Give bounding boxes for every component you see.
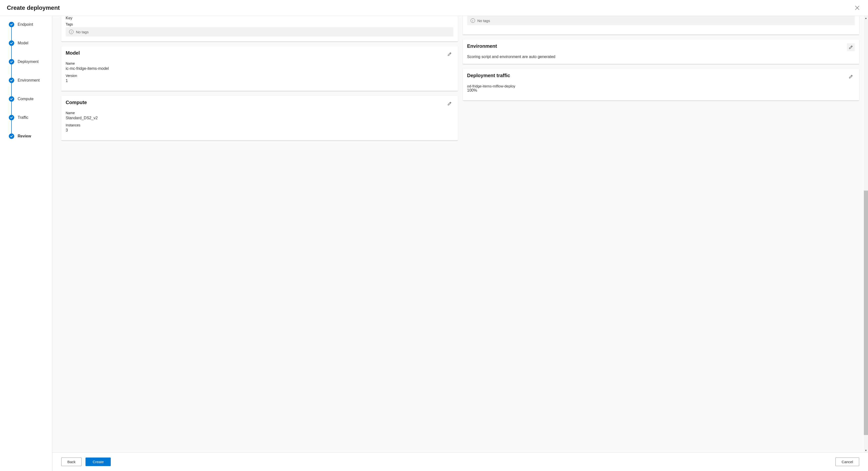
check-icon [9,77,14,83]
scroll-down-icon[interactable]: ▼ [864,448,868,452]
dialog-title: Create deployment [7,4,60,11]
dialog-header: Create deployment [0,0,868,16]
endpoint-card: Key Tags i No tags [61,16,458,41]
field-label: Version [66,74,454,77]
no-tags-text: No tags [477,19,490,23]
card-header: Model [66,50,454,58]
create-deployment-dialog: Create deployment Endpoint Model Depl [0,0,868,471]
deployment-card-partial: i No tags [463,16,860,35]
step-label: Traffic [18,115,28,120]
field-value: 1 [66,78,454,83]
field-label: Name [66,111,454,115]
columns: Key Tags i No tags Model [61,16,859,145]
field-label: Instances [66,123,454,127]
step-connector [11,102,12,115]
pencil-icon [849,45,853,50]
field-label: Name [66,61,454,65]
card-header: Environment [467,43,855,51]
deploy-percent: 100% [467,88,855,93]
card-title: Compute [66,100,87,105]
model-version-field: Version 1 [66,74,454,83]
step-model[interactable]: Model [9,40,52,46]
step-label: Environment [18,78,40,83]
edit-environment-button[interactable] [847,43,855,51]
traffic-field: od-fridge-items-mlflow-deploy 100% [467,84,855,93]
step-label: Deployment [18,60,38,64]
step-connector [11,120,12,133]
step-compute[interactable]: Compute [9,96,52,102]
card-title: Model [66,50,80,56]
close-icon [855,6,860,10]
check-icon [9,133,14,139]
info-icon: i [69,30,73,34]
step-label: Model [18,41,28,45]
dialog-footer: Back Create Cancel [53,452,868,471]
edit-traffic-button[interactable] [847,73,855,81]
edit-model-button[interactable] [446,50,454,58]
model-name-field: Name ic-mc-fridge-items-model [66,61,454,71]
info-icon: i [471,19,475,23]
step-review[interactable]: Review [9,133,52,139]
close-button[interactable] [853,4,861,12]
step-label: Endpoint [18,22,33,27]
footer-left: Back Create [61,458,111,466]
traffic-card: Deployment traffic od-fridge-items-mlflo… [463,69,860,100]
dialog-body: Endpoint Model Deployment Environment [0,16,868,471]
deploy-name: od-fridge-items-mlflow-deploy [467,84,855,88]
step-endpoint[interactable]: Endpoint [9,22,52,27]
card-title: Environment [467,43,497,49]
step-connector [11,64,12,77]
main-wrapper: Key Tags i No tags Model [53,16,868,471]
step-traffic[interactable]: Traffic [9,115,52,120]
step-label: Compute [18,97,34,101]
scrollbar[interactable]: ▲ ▼ [864,16,868,452]
no-tags-text: No tags [76,30,89,34]
compute-card: Compute Name Standard_DS2_v2 [61,96,458,140]
pencil-icon [447,52,452,56]
col-right: i No tags Environment [463,16,860,145]
create-button[interactable]: Create [86,458,111,466]
back-button[interactable]: Back [61,458,82,466]
environment-text: Scoring script and environment are auto … [467,55,855,59]
model-card: Model Name ic-mc-fridge-items-model [61,46,458,91]
main-inner: Key Tags i No tags Model [53,16,868,148]
cancel-button[interactable]: Cancel [835,458,859,466]
step-connector [11,46,12,59]
compute-instances-field: Instances 3 [66,123,454,132]
pencil-icon [849,74,853,79]
field-value: 3 [66,128,454,132]
field-value: Standard_DS2_v2 [66,116,454,120]
step-label: Review [18,134,31,138]
check-icon [9,59,14,64]
check-icon [9,22,14,27]
card-header: Compute [66,100,454,107]
card-header: Deployment traffic [467,73,855,81]
step-list: Endpoint Model Deployment Environment [9,22,52,139]
card-title: Deployment traffic [467,73,510,78]
step-deployment[interactable]: Deployment [9,59,52,64]
check-icon [9,40,14,46]
step-connector [11,83,12,96]
edit-compute-button[interactable] [446,100,454,107]
field-value: ic-mc-fridge-items-model [66,66,454,71]
no-tags-box: i No tags [66,27,454,36]
step-connector [11,27,12,40]
tags-label: Tags [66,22,454,26]
check-icon [9,96,14,102]
wizard-sidebar: Endpoint Model Deployment Environment [0,16,53,471]
environment-card: Environment Scoring script and environme… [463,39,860,64]
scrollbar-thumb[interactable] [864,191,868,435]
pencil-icon [447,101,452,106]
step-environment[interactable]: Environment [9,77,52,83]
key-label: Key [66,16,454,20]
compute-name-field: Name Standard_DS2_v2 [66,111,454,120]
scroll-up-icon[interactable]: ▲ [864,16,868,20]
no-tags-box: i No tags [467,16,855,25]
check-icon [9,115,14,120]
col-left: Key Tags i No tags Model [61,16,458,145]
main-area[interactable]: Key Tags i No tags Model [53,16,868,452]
